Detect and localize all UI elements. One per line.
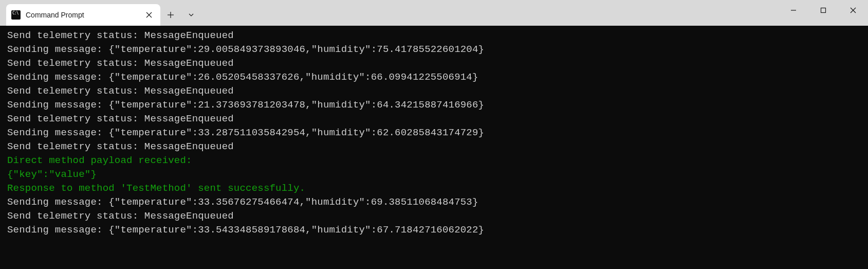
terminal-line: Send telemetry status: MessageEnqueued [7, 57, 861, 70]
terminal-line: {"key":"value"} [7, 168, 861, 182]
terminal-line: Send telemetry status: MessageEnqueued [7, 84, 861, 98]
maximize-icon [820, 7, 826, 13]
tab-command-prompt[interactable]: Command Prompt [6, 4, 160, 26]
close-icon [146, 12, 152, 18]
terminal-line: Sending message: {"temperature":33.28751… [7, 126, 861, 140]
close-icon [850, 7, 856, 13]
maximize-button[interactable] [808, 0, 838, 21]
tab-title: Command Prompt [26, 11, 140, 19]
svg-rect-5 [821, 8, 826, 13]
chevron-down-icon [188, 12, 194, 18]
close-window-button[interactable] [838, 0, 868, 21]
minimize-icon [790, 7, 797, 13]
terminal-line: Response to method 'TestMethod' sent suc… [7, 182, 861, 195]
terminal-line: Sending message: {"temperature":33.35676… [7, 195, 861, 209]
titlebar: Command Prompt [0, 0, 868, 26]
terminal-line: Send telemetry status: MessageEnqueued [7, 209, 861, 223]
terminal-output[interactable]: Send telemetry status: MessageEnqueuedSe… [0, 26, 868, 269]
minimize-button[interactable] [779, 0, 808, 21]
new-tab-button[interactable] [160, 4, 181, 26]
terminal-icon [11, 10, 21, 20]
terminal-line: Sending message: {"temperature":26.05205… [7, 70, 861, 84]
terminal-line: Sending message: {"temperature":33.54334… [7, 223, 861, 237]
tab-dropdown-button[interactable] [181, 4, 201, 26]
terminal-line: Direct method payload received: [7, 154, 861, 168]
terminal-line: Send telemetry status: MessageEnqueued [7, 140, 861, 154]
plus-icon [167, 11, 174, 19]
terminal-line: Sending message: {"temperature":29.00584… [7, 43, 861, 57]
terminal-line: Send telemetry status: MessageEnqueued [7, 29, 861, 43]
window-controls [779, 0, 868, 21]
terminal-line: Sending message: {"temperature":21.37369… [7, 98, 861, 112]
terminal-line: Send telemetry status: MessageEnqueued [7, 112, 861, 126]
tab-close-button[interactable] [145, 11, 153, 19]
